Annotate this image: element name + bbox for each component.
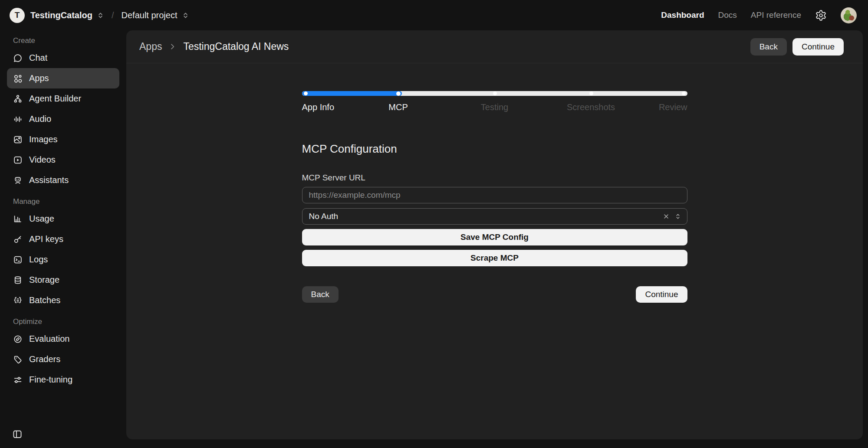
sidebar-item-label: Audio	[29, 114, 51, 124]
auth-select[interactable]: No Auth	[302, 208, 687, 225]
sidebar-item-logs[interactable]: Logs	[7, 249, 119, 270]
sidebar-section-optimize: Optimize	[0, 317, 126, 326]
step-dot-review	[682, 92, 686, 95]
sidebar-item-graders[interactable]: Graders	[7, 349, 119, 370]
sidebar-item-label: Evaluation	[29, 334, 69, 344]
wizard-content: App Info MCP Testing Screenshots Review …	[302, 91, 687, 303]
stepper-progress-fill	[302, 91, 402, 96]
footer-continue-button[interactable]: Continue	[636, 286, 687, 303]
sidebar-item-label: Agent Builder	[29, 94, 81, 104]
breadcrumb-slash: /	[112, 10, 114, 20]
step-label-review: Review	[659, 102, 687, 112]
sidebar-item-storage[interactable]: Storage	[7, 270, 119, 290]
sidebar-item-label: Apps	[29, 73, 49, 83]
sliders-icon	[13, 375, 23, 385]
sidebar: Create Chat Apps Agent Builder Audio Ima…	[0, 30, 126, 448]
step-dot-mcp	[396, 92, 401, 96]
sidebar-item-label: API keys	[29, 234, 63, 244]
chevron-right-icon	[168, 43, 177, 51]
braces-icon	[13, 296, 23, 305]
sidebar-item-fine-tuning[interactable]: Fine-tuning	[7, 370, 119, 390]
database-icon	[13, 275, 23, 285]
sidebar-item-images[interactable]: Images	[7, 129, 119, 150]
breadcrumb-apps-link[interactable]: Apps	[139, 41, 162, 52]
sidebar-item-label: Videos	[29, 155, 56, 165]
app-root: T TestingCatalog / Default project Dashb…	[0, 0, 868, 448]
sidebar-collapse-icon[interactable]	[12, 429, 23, 439]
nav-api-reference[interactable]: API reference	[751, 10, 801, 20]
sidebar-item-label: Storage	[29, 275, 59, 285]
sidebar-section-create: Create	[0, 36, 126, 45]
step-label-app-info: App Info	[302, 102, 335, 112]
panel-header: Apps TestingCatalog AI News Back Continu…	[126, 30, 863, 63]
video-play-icon	[13, 155, 23, 165]
header-continue-button[interactable]: Continue	[792, 38, 844, 56]
org-logo-initial: T	[15, 10, 20, 20]
org-logo[interactable]: T	[10, 8, 25, 23]
mcp-server-url-label: MCP Server URL	[302, 173, 687, 183]
step-label-mcp: MCP	[388, 102, 408, 112]
sidebar-item-usage[interactable]: Usage	[7, 209, 119, 229]
page-title: TestingCatalog AI News	[183, 41, 289, 52]
compass-icon	[13, 334, 23, 344]
apps-grid-icon	[13, 74, 23, 83]
scrape-mcp-button[interactable]: Scrape MCP	[302, 250, 687, 266]
sidebar-item-assistants[interactable]: Assistants	[7, 170, 119, 190]
sidebar-item-chat[interactable]: Chat	[7, 48, 119, 68]
auth-select-value: No Auth	[309, 212, 663, 221]
select-chevrons-icon[interactable]	[674, 213, 681, 220]
robot-icon	[13, 176, 23, 185]
sidebar-item-label: Chat	[29, 53, 47, 63]
footer-back-button[interactable]: Back	[302, 286, 339, 303]
clear-icon[interactable]	[663, 213, 670, 220]
image-icon	[13, 135, 23, 144]
agent-nodes-icon	[13, 94, 23, 104]
sidebar-item-batches[interactable]: Batches	[7, 290, 119, 311]
stepper-progress-bar	[302, 91, 687, 96]
project-switcher-chevrons-icon[interactable]	[182, 12, 189, 19]
step-label-screenshots: Screenshots	[567, 102, 615, 112]
section-title: MCP Configuration	[302, 142, 687, 156]
sidebar-section-manage: Manage	[0, 197, 126, 206]
sidebar-item-label: Assistants	[29, 175, 69, 185]
settings-gear-icon[interactable]	[815, 10, 827, 21]
project-name[interactable]: Default project	[122, 10, 178, 20]
sidebar-item-label: Fine-tuning	[29, 375, 72, 385]
sidebar-item-label: Batches	[29, 295, 60, 305]
org-name[interactable]: TestingCatalog	[30, 10, 92, 20]
nav-dashboard[interactable]: Dashboard	[661, 10, 704, 20]
sidebar-item-label: Graders	[29, 354, 60, 364]
header-back-button[interactable]: Back	[750, 38, 787, 56]
user-avatar[interactable]	[841, 7, 857, 23]
sidebar-item-evaluation[interactable]: Evaluation	[7, 329, 119, 349]
sidebar-item-videos[interactable]: Videos	[7, 150, 119, 170]
mcp-server-url-input[interactable]	[302, 187, 687, 203]
step-dot-app-info	[304, 92, 308, 95]
nav-docs[interactable]: Docs	[718, 10, 737, 20]
key-icon	[13, 235, 23, 244]
tag-icon	[13, 355, 23, 364]
waveform-icon	[13, 114, 23, 124]
breadcrumb: Apps TestingCatalog AI News	[139, 41, 289, 52]
step-dot-screenshots	[589, 92, 593, 95]
main-panel: Apps TestingCatalog AI News Back Continu…	[126, 30, 863, 439]
sidebar-item-api-keys[interactable]: API keys	[7, 229, 119, 249]
org-switcher-chevrons-icon[interactable]	[97, 12, 104, 19]
topbar: T TestingCatalog / Default project Dashb…	[0, 0, 868, 30]
sidebar-item-label: Logs	[29, 255, 48, 265]
sidebar-item-label: Usage	[29, 214, 54, 224]
bar-chart-icon	[13, 214, 23, 224]
sidebar-item-agent-builder[interactable]: Agent Builder	[7, 88, 119, 109]
terminal-icon	[13, 255, 23, 265]
stepper-labels: App Info MCP Testing Screenshots Review	[302, 102, 687, 114]
step-dot-testing	[493, 92, 497, 95]
sidebar-item-apps[interactable]: Apps	[7, 68, 119, 88]
sidebar-item-label: Images	[29, 134, 58, 144]
save-mcp-config-button[interactable]: Save MCP Config	[302, 229, 687, 245]
step-label-testing: Testing	[481, 102, 508, 112]
sidebar-item-audio[interactable]: Audio	[7, 109, 119, 129]
chat-bubble-icon	[13, 53, 23, 63]
